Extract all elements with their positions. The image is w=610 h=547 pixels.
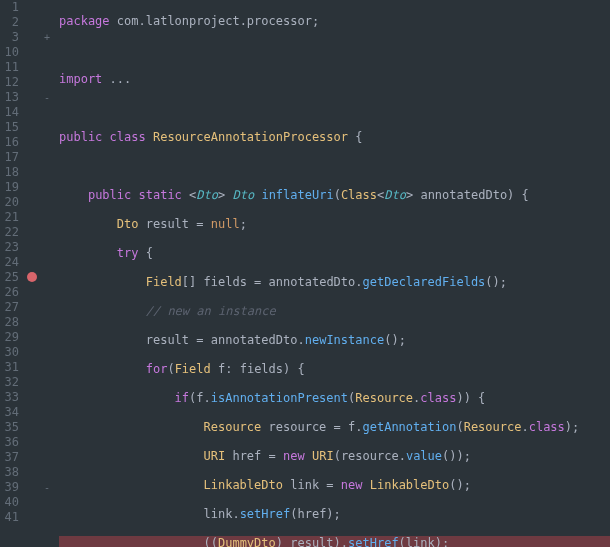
breakpoint-marker[interactable] <box>27 272 39 287</box>
code-line: public class ResourceAnnotationProcessor… <box>59 130 610 145</box>
line-number: 35 <box>3 420 19 435</box>
line-number: 16 <box>3 135 19 150</box>
code-line-highlighted: ((DummyDto) result).setHref(link); <box>59 536 610 547</box>
line-number: 21 <box>3 210 19 225</box>
line-number: 22 <box>3 225 19 240</box>
line-number: 23 <box>3 240 19 255</box>
code-line: try { <box>59 246 610 261</box>
code-line: result = annotatedDto.newInstance(); <box>59 333 610 348</box>
line-number: 24 <box>3 255 19 270</box>
line-number: 32 <box>3 375 19 390</box>
code-line: if(f.isAnnotationPresent(Resource.class)… <box>59 391 610 406</box>
fold-collapse-icon[interactable]: - <box>39 90 55 105</box>
code-line: import ... <box>59 72 610 87</box>
line-number: 15 <box>3 120 19 135</box>
code-content[interactable]: package com.latlonproject.processor; imp… <box>55 0 610 547</box>
line-number: 17 <box>3 150 19 165</box>
line-number: 18 <box>3 165 19 180</box>
line-number: 10 <box>3 45 19 60</box>
code-line: public static <Dto> Dto inflateUri(Class… <box>59 188 610 203</box>
code-line: link.setHref(href); <box>59 507 610 522</box>
line-number: 29 <box>3 330 19 345</box>
line-numbers-gutter: 1 2 3 10 11 12 13 14 15 16 17 18 19 20 2… <box>3 0 27 547</box>
line-number: 39 <box>3 480 19 495</box>
line-number: 13 <box>3 90 19 105</box>
line-number: 40 <box>3 495 19 510</box>
line-number: 33 <box>3 390 19 405</box>
line-number: 14 <box>3 105 19 120</box>
line-number: 31 <box>3 360 19 375</box>
code-line: // new an instance <box>59 304 610 319</box>
fold-collapse-icon[interactable]: - <box>39 480 55 495</box>
line-number: 11 <box>3 60 19 75</box>
line-number: 36 <box>3 435 19 450</box>
line-number: 12 <box>3 75 19 90</box>
fold-column[interactable]: + - - <box>39 0 55 547</box>
line-number: 1 <box>3 0 19 15</box>
code-line: URI href = new URI(resource.value()); <box>59 449 610 464</box>
line-number: 20 <box>3 195 19 210</box>
line-number: 30 <box>3 345 19 360</box>
line-number: 28 <box>3 315 19 330</box>
line-number: 41 <box>3 510 19 525</box>
code-line: Resource resource = f.getAnnotation(Reso… <box>59 420 610 435</box>
line-number: 38 <box>3 465 19 480</box>
line-number: 26 <box>3 285 19 300</box>
line-number: 27 <box>3 300 19 315</box>
code-editor[interactable]: 1 2 3 10 11 12 13 14 15 16 17 18 19 20 2… <box>0 0 610 547</box>
code-line: package com.latlonproject.processor; <box>59 14 610 29</box>
code-line: Dto result = null; <box>59 217 610 232</box>
line-number: 34 <box>3 405 19 420</box>
code-line: LinkableDto link = new LinkableDto(); <box>59 478 610 493</box>
fold-expand-icon[interactable]: + <box>39 30 55 45</box>
line-number: 37 <box>3 450 19 465</box>
code-line: Field[] fields = annotatedDto.getDeclare… <box>59 275 610 290</box>
code-line: for(Field f: fields) { <box>59 362 610 377</box>
line-number: 2 <box>3 15 19 30</box>
line-number: 3 <box>3 30 19 45</box>
line-number: 25 <box>3 270 19 285</box>
breakpoint-column[interactable] <box>27 0 39 547</box>
line-number: 19 <box>3 180 19 195</box>
